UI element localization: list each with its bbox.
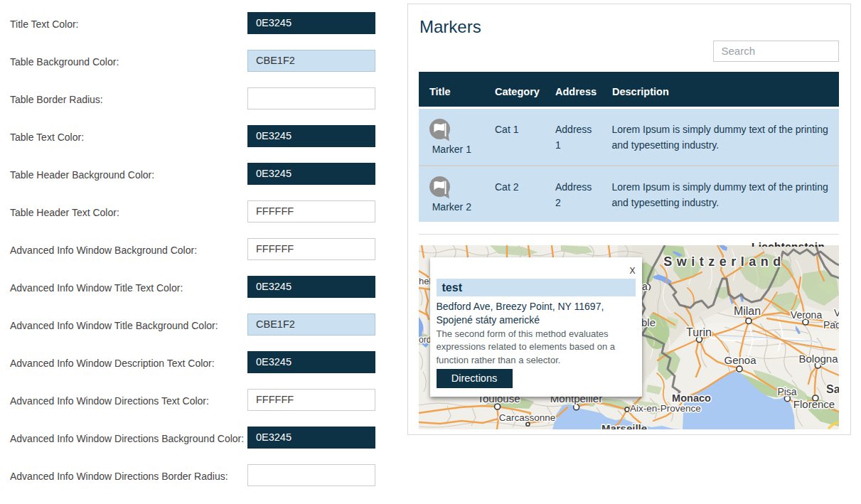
svg-text:Marseille: Marseille [601, 422, 647, 429]
svg-text:V: V [834, 307, 839, 318]
svg-text:a: a [642, 281, 648, 292]
svg-text:Aix-en-Provence: Aix-en-Provence [630, 403, 701, 414]
svg-text:Monaco: Monaco [672, 392, 711, 404]
svg-text:Carcassonne: Carcassonne [499, 412, 556, 423]
svg-text:Turin: Turin [686, 326, 712, 338]
svg-text:Bologna: Bologna [798, 353, 838, 365]
svg-text:Milan: Milan [734, 305, 761, 317]
svg-text:Switzerland: Switzerland [663, 254, 786, 269]
svg-text:ble: ble [641, 316, 656, 328]
svg-text:Padua: Padua [823, 319, 839, 331]
svg-text:Pisa: Pisa [777, 386, 796, 397]
svg-text:Sa: Sa [826, 383, 839, 395]
svg-text:Genoa: Genoa [724, 354, 756, 366]
svg-text:Florence: Florence [793, 398, 835, 410]
svg-text:Verona: Verona [791, 309, 823, 321]
